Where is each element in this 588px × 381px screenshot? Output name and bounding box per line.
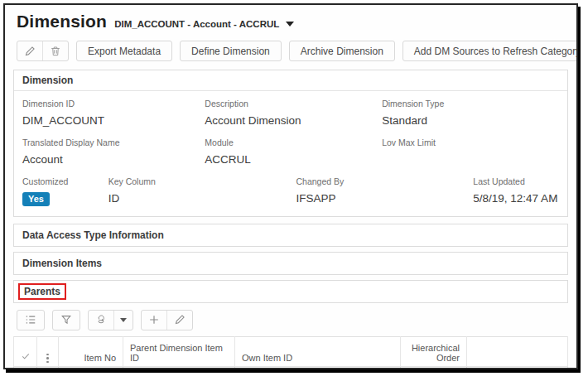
edit-row-button[interactable] xyxy=(166,311,192,330)
field-label: Key Column xyxy=(108,176,296,187)
field-label: Lov Max Limit xyxy=(382,137,559,148)
field-value: IFSAPP xyxy=(296,191,473,206)
field-value: 5/8/19, 12:47 AM xyxy=(473,191,559,206)
section-dimension-items[interactable]: Dimension Items xyxy=(13,252,568,275)
cell-own-item-id: DIM_ACCOUNT.COMPANY xyxy=(235,367,401,370)
field-label: Module xyxy=(205,137,382,148)
column-header-own-item-id[interactable]: Own Item ID xyxy=(235,337,401,367)
field-key-column: Key Column ID xyxy=(108,176,296,206)
row-select-cell xyxy=(14,367,37,370)
refresh-icon xyxy=(95,314,107,326)
field-value: ID xyxy=(108,191,296,206)
section-parents[interactable]: Parents xyxy=(13,280,568,303)
pencil-icon xyxy=(24,46,36,57)
main-toolbar: Export Metadata Define Dimension Archive… xyxy=(17,40,568,62)
page-header: Dimension DIM_ACCOUNT - Account - ACCRUL xyxy=(17,12,568,35)
trash-icon xyxy=(50,46,61,57)
cell-parent-dimension-item-id: DIM_COMPANY.CODE xyxy=(123,367,235,370)
customized-badge: Yes xyxy=(22,192,50,206)
refresh-button[interactable] xyxy=(89,311,113,330)
field-description: Description Account Dimension xyxy=(205,98,382,128)
dimension-fields: Dimension ID DIM_ACCOUNT Description Acc… xyxy=(14,91,567,216)
chevron-down-icon xyxy=(286,22,294,27)
kebab-icon xyxy=(46,354,49,364)
field-label: Description xyxy=(205,98,382,109)
parents-table: Item No Parent Dimension Item ID Own Ite… xyxy=(13,336,568,369)
select-all-header[interactable] xyxy=(14,337,37,367)
table-row: 1 DIM_COMPANY.CODE DIM_ACCOUNT.COMPANY 1 xyxy=(14,367,568,370)
field-value: DIM_ACCOUNT xyxy=(22,113,205,128)
field-changed-by: Changed By IFSAPP xyxy=(296,176,473,206)
column-header-empty xyxy=(467,337,568,367)
dimension-section-header[interactable]: Dimension xyxy=(14,70,567,91)
edit-button[interactable] xyxy=(17,41,42,60)
chevron-down-icon xyxy=(120,318,127,322)
field-value: Account xyxy=(22,152,205,167)
filter-icon xyxy=(60,314,72,326)
cell-hierarchical-order: 1 xyxy=(401,367,467,370)
add-dm-sources-button[interactable]: Add DM Sources to Refresh Category xyxy=(402,41,578,61)
record-subtitle: DIM_ACCOUNT - Account - ACCRUL xyxy=(114,19,279,29)
field-label: Translated Display Name xyxy=(22,137,205,148)
export-metadata-button[interactable]: Export Metadata xyxy=(76,41,172,61)
app-window: Dimension DIM_ACCOUNT - Account - ACCRUL… xyxy=(3,3,578,369)
define-dimension-button[interactable]: Define Dimension xyxy=(180,41,282,61)
field-value: Standard xyxy=(382,113,559,128)
column-header-parent-dimension-item-id[interactable]: Parent Dimension Item ID xyxy=(123,337,235,367)
field-value xyxy=(382,152,559,167)
field-label: Dimension ID xyxy=(22,98,205,109)
field-customized: Customized Yes xyxy=(22,176,108,206)
field-lov-max-limit: Lov Max Limit xyxy=(382,137,559,167)
field-last-updated: Last Updated 5/8/19, 12:47 AM xyxy=(473,176,559,206)
column-header-item-no[interactable]: Item No xyxy=(59,337,123,367)
list-icon xyxy=(25,314,36,326)
parents-section-label: Parents xyxy=(24,286,60,297)
row-menu-header[interactable] xyxy=(37,337,59,367)
parents-table-header-row: Item No Parent Dimension Item ID Own Ite… xyxy=(14,337,568,367)
add-row-button[interactable] xyxy=(142,311,166,330)
delete-button[interactable] xyxy=(42,41,68,60)
add-edit-group xyxy=(141,310,193,330)
field-label: Customized xyxy=(22,176,108,187)
record-selector[interactable]: DIM_ACCOUNT - Account - ACCRUL xyxy=(114,19,294,29)
row-menu-cell xyxy=(37,367,59,370)
plus-icon xyxy=(148,314,160,326)
dimension-panel: Dimension Dimension ID DIM_ACCOUNT Descr… xyxy=(13,70,568,217)
views-dropdown-button[interactable] xyxy=(113,311,133,330)
field-label: Dimension Type xyxy=(382,98,559,109)
check-icon xyxy=(21,351,31,361)
field-dimension-type: Dimension Type Standard xyxy=(382,98,559,128)
archive-dimension-button[interactable]: Archive Dimension xyxy=(289,41,395,61)
multi-select-button[interactable] xyxy=(17,310,45,330)
field-dimension-id: Dimension ID DIM_ACCOUNT xyxy=(22,98,205,128)
column-header-hierarchical-order[interactable]: Hierarchical Order xyxy=(401,337,467,367)
field-translated-display-name: Translated Display Name Account xyxy=(22,137,205,167)
field-value: Account Dimension xyxy=(205,113,382,128)
field-label: Changed By xyxy=(296,176,473,187)
field-label: Last Updated xyxy=(473,176,559,187)
pencil-icon xyxy=(174,314,186,326)
cell-item-no: 1 xyxy=(59,367,123,370)
filter-button[interactable] xyxy=(52,310,80,330)
page-title: Dimension xyxy=(17,12,107,31)
cell-empty xyxy=(467,367,568,370)
field-value: ACCRUL xyxy=(205,152,382,167)
parents-table-toolbar xyxy=(17,309,568,330)
views-split-button xyxy=(88,310,133,330)
parents-annotation-highlight: Parents xyxy=(18,283,66,300)
edit-delete-group xyxy=(17,41,69,61)
section-data-access-type-information[interactable]: Data Access Type Information xyxy=(13,224,568,247)
field-module: Module ACCRUL xyxy=(205,137,382,167)
